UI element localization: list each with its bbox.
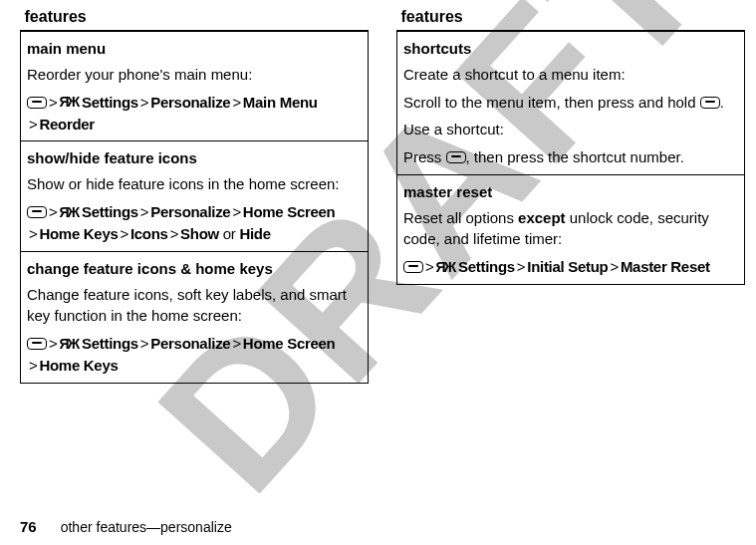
path-seg: Hide (239, 225, 270, 242)
row-path: >ЯЖ Settings>Personalize>Home Screen>Hom… (27, 333, 362, 377)
row-title: change feature icons & home keys (27, 258, 362, 280)
text-bold: except (518, 209, 566, 226)
text: Scroll to the menu item, then press and … (403, 94, 700, 111)
path-settings: Settings (82, 203, 138, 220)
path-seg: Personalize (150, 335, 230, 352)
path-seg: Icons (130, 225, 168, 242)
row-change-icons-keys: change feature icons & home keys Change … (21, 251, 369, 383)
path-settings: Settings (458, 258, 515, 275)
path-seg: Home Screen (243, 335, 336, 352)
settings-icon: ЯЖ (59, 92, 78, 112)
path-seg: Home Keys (39, 357, 118, 374)
text: . (720, 94, 724, 111)
row-line: Scroll to the menu item, then press and … (403, 92, 738, 114)
text: Press (403, 148, 446, 165)
path-seg: Personalize (150, 203, 230, 220)
row-line: Press , then press the shortcut number. (403, 146, 738, 168)
row-master-reset: master reset Reset all options except un… (397, 174, 745, 284)
menu-key-icon (700, 97, 720, 109)
path-seg: Personalize (150, 94, 230, 111)
path-seg: Show (180, 225, 219, 242)
menu-key-icon (27, 206, 47, 218)
row-desc: Show or hide feature icons in the home s… (27, 173, 362, 195)
row-desc: Create a shortcut to a menu item: (403, 64, 738, 86)
path-settings: Settings (82, 94, 138, 111)
row-path: >ЯЖ Settings>Initial Setup>Master Reset (403, 256, 738, 278)
page-footer: 76other features—personalize (20, 518, 232, 535)
path-seg: Main Menu (243, 94, 318, 111)
path-seg: Initial Setup (527, 258, 608, 275)
row-path: >ЯЖ Settings>Personalize>Main Menu>Reord… (27, 92, 362, 136)
settings-icon: ЯЖ (435, 257, 454, 277)
features-table-left: features main menu Reorder your phone's … (20, 6, 369, 384)
settings-icon: ЯЖ (59, 202, 78, 222)
row-title: show/hide feature icons (27, 147, 362, 169)
menu-key-icon (27, 338, 47, 350)
path-settings: Settings (82, 335, 138, 352)
row-title: main menu (27, 38, 362, 60)
row-main-menu: main menu Reorder your phone's main menu… (21, 31, 369, 141)
path-or: or (219, 225, 239, 242)
left-column: features main menu Reorder your phone's … (20, 6, 369, 384)
path-seg: Master Reset (621, 258, 710, 275)
row-desc: Change feature icons, soft key labels, a… (27, 284, 362, 328)
menu-key-icon (403, 261, 423, 273)
row-title: shortcuts (403, 38, 738, 60)
menu-key-icon (27, 97, 47, 109)
row-shortcuts: shortcuts Create a shortcut to a menu it… (397, 31, 745, 174)
text: Reset all options (403, 209, 518, 226)
right-column: features shortcuts Create a shortcut to … (396, 6, 745, 384)
row-line: Use a shortcut: (403, 119, 738, 140)
row-show-hide-icons: show/hide feature icons Show or hide fea… (21, 141, 369, 251)
row-path: >ЯЖ Settings>Personalize>Home Screen>Hom… (27, 201, 362, 245)
row-desc: Reset all options except unlock code, se… (403, 207, 738, 251)
menu-key-icon (446, 151, 466, 163)
path-seg: Home Keys (39, 225, 118, 242)
features-table-right: features shortcuts Create a shortcut to … (396, 6, 745, 285)
path-seg: Reorder (39, 116, 94, 133)
table-header-right: features (397, 6, 745, 31)
table-header-left: features (21, 6, 369, 31)
settings-icon: ЯЖ (59, 334, 78, 354)
page-number: 76 (20, 518, 37, 535)
footer-text: other features—personalize (61, 519, 232, 535)
row-desc: Reorder your phone's main menu: (27, 64, 362, 86)
path-seg: Home Screen (243, 203, 336, 220)
row-title: master reset (403, 181, 738, 203)
text: , then press the shortcut number. (466, 148, 684, 165)
content-columns: features main menu Reorder your phone's … (0, 0, 756, 384)
